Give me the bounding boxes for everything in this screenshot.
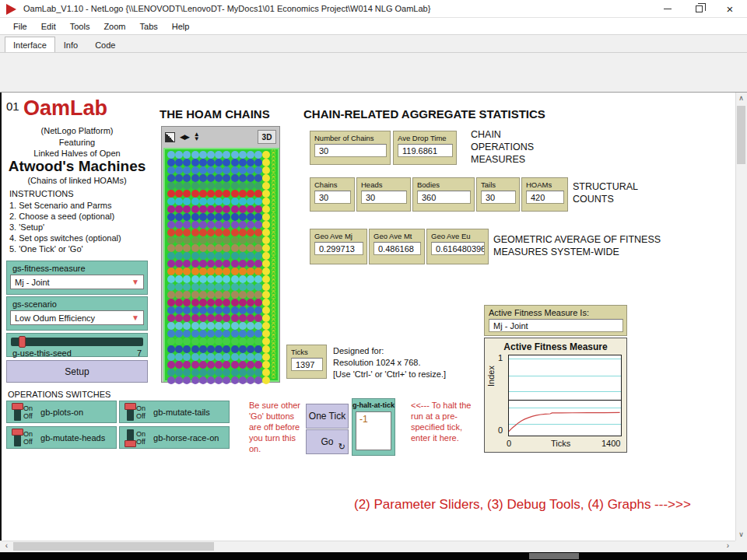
menu-zoom[interactable]: Zoom — [96, 19, 132, 33]
stats-heading: CHAIN-RELATED AGGREGATE STATISTICS — [303, 107, 545, 121]
chooser-select[interactable]: Low Odum Efficiency ▼ — [10, 310, 144, 325]
subtitle-chains: (Chains of linked HOAMs) — [5, 176, 149, 185]
designed-for-note: Designed for: Resolution 1024 x 768. [Us… — [333, 345, 481, 380]
switch-knob[interactable] — [12, 429, 23, 436]
chain-row — [167, 182, 270, 190]
switch-onoff-labels: OnOff — [23, 404, 33, 420]
active-fitness-plot: Active Fitness Measure 1 0 Index 0 Ticks… — [484, 338, 627, 453]
monitor-label: Tails — [481, 180, 516, 189]
chain-row — [167, 345, 270, 353]
instruction-4: 4. Set ops switches (optional) — [9, 233, 121, 243]
switch-gb-plots-on[interactable]: OnOff gb-plots-on — [6, 401, 117, 423]
world-view[interactable]: ☺ ☺ ☺ ☺ ☺ ☺ ☺ ☺ ☺ ☺ ☺ ☺ ☺ ☺ ☺ ☺ ☺ ☺ ☺ ☺ … — [163, 148, 279, 382]
switch-knob[interactable] — [124, 403, 136, 410]
menu-help[interactable]: Help — [165, 19, 197, 33]
monitor-label: Geo Ave Eu — [431, 232, 485, 240]
switch-label: gb-plots-on — [40, 408, 83, 417]
instructions-title: INSTRUCTIONS — [9, 189, 74, 198]
halt-input-label: g-halt-at-tick — [352, 399, 395, 409]
taskbar — [0, 552, 747, 560]
y-tick-0: 0 — [498, 425, 503, 435]
horizontal-scrollbar-thumb[interactable] — [13, 542, 214, 551]
monitor-value: 30 — [314, 144, 387, 157]
scroll-left-arrow[interactable]: ‹ — [1, 541, 12, 552]
caption-structural-counts: STRUCTURAL COUNTS — [573, 180, 658, 205]
tab-code[interactable]: Code — [86, 37, 124, 52]
chain-row — [167, 213, 270, 221]
model-number: 01 — [6, 100, 19, 113]
view-shape-icon[interactable] — [165, 132, 175, 142]
y-tick-1: 1 — [498, 353, 503, 362]
go-button[interactable]: Go ↻ — [306, 429, 349, 454]
taskbar-segment — [529, 553, 579, 559]
switch-label: gb-mutate-tails — [153, 408, 210, 417]
chain-row — [167, 151, 270, 159]
seed-slider-thumb[interactable] — [19, 336, 26, 348]
menu-bar: File Edit Tools Zoom Tabs Help — [0, 18, 747, 35]
plot-area — [508, 355, 622, 436]
tab-interface[interactable]: Interface — [5, 37, 55, 52]
chain-row — [167, 166, 270, 174]
monitor-active-fitness-measure: Active Fitness Measure Is: Mj - Joint — [484, 305, 627, 336]
switch-knob[interactable] — [12, 403, 23, 410]
chooser-gs-scenario[interactable]: gs-scenario Low Odum Efficiency ▼ — [6, 296, 148, 331]
switch-track — [14, 404, 21, 421]
switch-gb-mutate-tails[interactable]: OnOff gb-mutate-tails — [119, 401, 230, 423]
monitor-value: 0.299713 — [314, 242, 363, 255]
scroll-down-arrow[interactable]: ∨ — [735, 529, 747, 541]
hoam-chains-heading: THE HOAM CHAINS — [160, 107, 270, 121]
subtitle-atwoods-machines: Atwood's Machines — [2, 158, 153, 175]
menu-tools[interactable]: Tools — [63, 19, 97, 33]
switch-gb-horse-race-on[interactable]: OnOff gb-horse-race-on — [119, 426, 230, 449]
vertical-scrollbar-thumb[interactable] — [737, 106, 745, 164]
minimize-button[interactable] — [652, 0, 683, 18]
monitor-value: 420 — [526, 191, 564, 204]
switch-gb-mutate-heads[interactable]: OnOff gb-mutate-heads — [6, 426, 117, 449]
one-tick-button[interactable]: One Tick — [306, 404, 349, 429]
switch-knob[interactable] — [124, 440, 136, 447]
scroll-right-arrow[interactable]: › — [722, 541, 734, 552]
world-view-header: ◀▶ ▲▼ 3D — [162, 127, 279, 147]
chooser-select[interactable]: Mj - Joint ▼ — [10, 275, 144, 289]
menu-file[interactable]: File — [6, 19, 34, 33]
horizontal-arrows-icon[interactable]: ◀▶ — [180, 133, 189, 141]
title-bar[interactable]: OamLab_V1.10 - NetLogo {\\LENOVODT\Lenov… — [0, 0, 747, 18]
menu-tabs[interactable]: Tabs — [133, 19, 165, 33]
monitor-label: Heads — [361, 180, 407, 189]
restore-button[interactable] — [683, 0, 714, 18]
close-icon: × — [727, 3, 734, 15]
menu-edit[interactable]: Edit — [34, 19, 63, 33]
switch-label: gb-horse-race-on — [153, 433, 219, 443]
scroll-up-arrow[interactable]: ∧ — [735, 93, 747, 104]
chain-row — [167, 229, 270, 236]
chooser-gs-fitness-measure[interactable]: gs-fitness-measure Mj - Joint ▼ — [6, 261, 148, 295]
monitor-value: 360 — [417, 191, 471, 204]
seed-slider-track[interactable] — [11, 338, 143, 346]
world-view-widget[interactable]: ◀▶ ▲▼ 3D ☺ ☺ ☺ ☺ ☺ ☺ ☺ ☺ ☺ ☺ ☺ ☺ ☺ ☺ ☺ ☺… — [161, 126, 280, 383]
monitor-label: Geo Ave Mt — [374, 232, 421, 240]
go-warning-note: Be sure other 'Go' buttons are off befor… — [249, 400, 305, 454]
tab-info[interactable]: Info — [55, 37, 86, 52]
world-field — [167, 151, 270, 380]
setup-button[interactable]: Setup — [6, 360, 148, 383]
chooser-value: Mj - Joint — [15, 278, 50, 287]
toolbar: ✎ Edit Delete + Add Abc def ghi jkl Note… — [0, 53, 747, 93]
instruction-1: 1. Set Scenario and Parms — [9, 201, 111, 210]
close-button[interactable]: × — [714, 0, 745, 18]
halt-input-value[interactable]: -1 — [356, 411, 391, 450]
input-g-halt-at-tick[interactable]: g-halt-at-tick -1 — [352, 398, 395, 456]
designed-line1: Designed for: — [333, 345, 481, 357]
chain-row — [167, 260, 270, 268]
monitor-tails: Tails 30 — [476, 177, 520, 212]
operations-switches-title: OPERATIONS SWITCHES — [8, 390, 110, 399]
slider-g-use-this-seed[interactable]: g-use-this-seed 7 — [6, 333, 148, 357]
x-tick-1400: 1400 — [601, 439, 620, 448]
smiley-column: ☺ ☺ ☺ ☺ ☺ ☺ ☺ ☺ ☺ ☺ ☺ ☺ ☺ ☺ ☺ ☺ ☺ ☺ ☺ ☺ … — [268, 149, 278, 380]
chain-row — [167, 322, 270, 330]
designed-line2: Resolution 1024 x 768. — [333, 357, 481, 369]
monitor-value: Mj - Joint — [489, 319, 623, 332]
monitor-value: 30 — [361, 191, 407, 204]
view-3d-button[interactable]: 3D — [258, 130, 276, 144]
vertical-arrows-icon[interactable]: ▲▼ — [194, 132, 200, 142]
monitor-bodies: Bodies 360 — [412, 177, 475, 212]
